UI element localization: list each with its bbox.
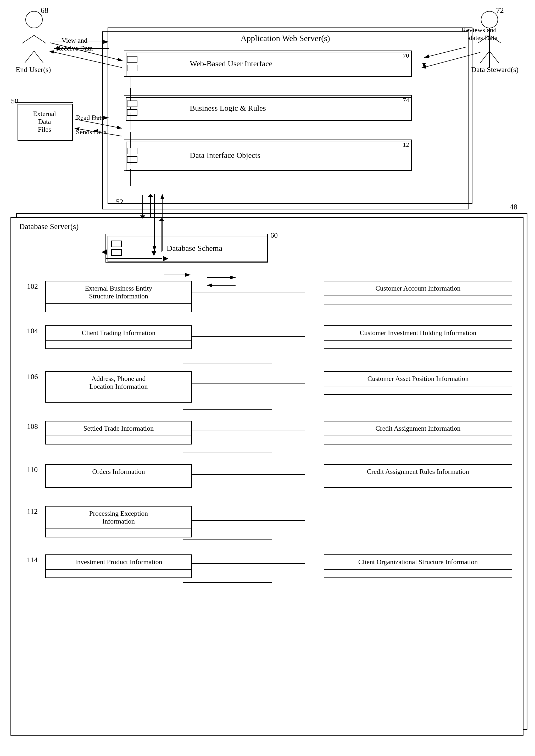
- customer-asset-label: Customer Asset Position Information: [324, 372, 512, 386]
- database-schema-box: Database Schema: [105, 234, 268, 263]
- read-data-label: Read Data: [76, 114, 104, 122]
- svg-line-7: [34, 51, 43, 63]
- svg-line-12: [480, 51, 490, 63]
- customer-account-label: Customer Account Information: [324, 281, 512, 296]
- ref-70: 70: [401, 51, 411, 60]
- ref-72: 72: [496, 6, 504, 15]
- investment-product-label: Investment Product Information: [46, 555, 191, 570]
- ref-12: 12: [401, 140, 411, 149]
- app-server-box: Application Web Server(s) Web-Based User…: [102, 31, 468, 210]
- ref-74: 74: [401, 96, 411, 105]
- ref-110: 110: [27, 465, 38, 474]
- database-server-label: Database Server(s): [19, 222, 78, 231]
- orders-box: Orders Information: [45, 464, 192, 488]
- svg-line-13: [490, 51, 499, 63]
- data-interface-box: Data Interface Objects 12: [124, 140, 412, 171]
- client-org-label: Client Organizational Structure Informat…: [324, 555, 512, 570]
- ref-102: 102: [27, 282, 38, 291]
- external-data-box: ExternalDataFiles: [16, 102, 73, 141]
- external-business-entity-label: External Business EntityStructure Inform…: [46, 281, 191, 304]
- ref-104: 104: [27, 327, 38, 335]
- ref-106: 106: [27, 373, 38, 381]
- ref-108: 108: [27, 422, 38, 431]
- svg-line-4: [22, 35, 34, 43]
- sends-data-label: Sends Data: [76, 128, 107, 136]
- app-server-title: Application Web Server(s): [103, 34, 468, 43]
- orders-label: Orders Information: [46, 465, 191, 479]
- svg-point-8: [481, 11, 498, 28]
- ref-50: 50: [11, 97, 18, 105]
- customer-investment-label: Customer Investment Holding Information: [324, 326, 512, 341]
- client-trading-label: Client Trading Information: [46, 326, 191, 341]
- database-schema-label: Database Schema: [167, 244, 222, 253]
- customer-investment-box: Customer Investment Holding Information: [324, 325, 512, 349]
- ref-114: 114: [27, 556, 38, 564]
- client-trading-box: Client Trading Information: [45, 325, 192, 349]
- settled-trade-label: Settled Trade Information: [46, 421, 191, 436]
- view-receive-label: View andReceive Data: [56, 37, 93, 52]
- client-org-box: Client Organizational Structure Informat…: [324, 554, 512, 578]
- ref-68: 68: [41, 6, 48, 15]
- address-phone-box: Address, Phone andLocation Information: [45, 371, 192, 403]
- ref-112: 112: [27, 507, 38, 516]
- address-phone-label: Address, Phone andLocation Information: [46, 372, 191, 394]
- ref-60: 60: [270, 231, 278, 239]
- svg-line-5: [34, 35, 46, 43]
- svg-marker-48: [159, 218, 164, 221]
- web-ui-box: Web-Based User Interface 70: [124, 50, 412, 77]
- ref-52: 52: [116, 198, 123, 206]
- external-data-label: ExternalDataFiles: [33, 110, 56, 133]
- diagram-container: 68 End User(s) View andReceive Data 72 D…: [0, 0, 535, 756]
- credit-assignment-label: Credit Assignment Information: [324, 421, 512, 436]
- customer-account-box: Customer Account Information: [324, 281, 512, 304]
- ref-48: 48: [510, 202, 518, 211]
- data-steward-label: Data Steward(s): [471, 66, 519, 74]
- end-user-label: End User(s): [16, 66, 51, 74]
- processing-exception-label: Processing ExceptionInformation: [46, 507, 191, 529]
- business-logic-box: Business Logic & Rules 74: [124, 95, 412, 121]
- settled-trade-box: Settled Trade Information: [45, 421, 192, 444]
- external-business-entity-box: External Business EntityStructure Inform…: [45, 281, 192, 312]
- processing-exception-box: Processing ExceptionInformation: [45, 506, 192, 537]
- credit-assignment-rules-box: Credit Assignment Rules Information: [324, 464, 512, 488]
- database-server-box: Database Server(s) 48 Database Schema 60…: [11, 217, 523, 736]
- customer-asset-box: Customer Asset Position Information: [324, 371, 512, 395]
- investment-product-box: Investment Product Information: [45, 554, 192, 578]
- svg-line-6: [25, 51, 34, 63]
- svg-point-2: [26, 11, 42, 28]
- credit-assignment-box: Credit Assignment Information: [324, 421, 512, 444]
- credit-assignment-rules-label: Credit Assignment Rules Information: [324, 465, 512, 479]
